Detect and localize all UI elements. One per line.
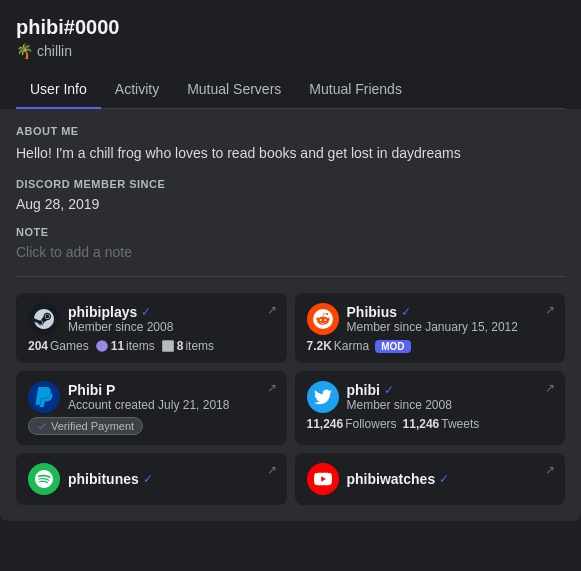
status: 🌴 chillin: [16, 43, 565, 59]
steam-name-row: phibiplays ✓: [68, 304, 275, 320]
external-link-twitter[interactable]: ↗: [545, 381, 555, 395]
tab-mutual-friends[interactable]: Mutual Friends: [295, 71, 416, 109]
twitter-header: phibi ✓ Member since 2008: [307, 381, 554, 413]
divider: [16, 276, 565, 277]
about-me-label: ABOUT ME: [16, 125, 565, 137]
tab-activity[interactable]: Activity: [101, 71, 173, 109]
external-link-steam[interactable]: ↗: [267, 303, 277, 317]
spotify-name: phibitunes: [68, 471, 139, 487]
connection-spotify: ↗ phibitunes ✓: [16, 453, 287, 505]
youtube-icon: [307, 463, 339, 495]
connections-grid: ↗ phibiplays ✓ Member since 2008: [16, 293, 565, 505]
connection-steam: ↗ phibiplays ✓ Member since 2008: [16, 293, 287, 363]
paypal-name: Phibi P: [68, 382, 115, 398]
twitter-icon: [307, 381, 339, 413]
steam-verified: ✓: [141, 305, 151, 319]
steam-header: phibiplays ✓ Member since 2008: [28, 303, 275, 335]
steam-items1: 11 items: [95, 339, 155, 353]
note-input[interactable]: Click to add a note: [16, 244, 565, 260]
paypal-icon: [28, 381, 60, 413]
connection-twitter: ↗ phibi ✓ Member since 2008: [295, 371, 566, 445]
twitter-name: phibi: [347, 382, 380, 398]
mod-badge: Mod: [375, 340, 410, 353]
discord-member-since-date: Aug 28, 2019: [16, 196, 565, 212]
twitter-name-row: phibi ✓: [347, 382, 554, 398]
status-emoji: 🌴: [16, 43, 33, 59]
twitter-info: phibi ✓ Member since 2008: [347, 382, 554, 412]
youtube-info: phibiwatches ✓: [347, 471, 554, 487]
verified-payment-badge: Verified Payment: [28, 417, 143, 435]
twitter-tweets: 11,246 Tweets: [403, 417, 480, 431]
steam-stats: 204 Games 11 items 8 items: [28, 339, 275, 353]
paypal-sub: Account created July 21, 2018: [68, 398, 275, 412]
steam-items2: 8 items: [161, 339, 214, 353]
reddit-header: Phibius ✓ Member since January 15, 2012: [307, 303, 554, 335]
reddit-karma: 7.2K Karma: [307, 339, 370, 353]
paypal-header: Phibi P Account created July 21, 2018: [28, 381, 275, 413]
twitter-verified: ✓: [384, 383, 394, 397]
external-link-reddit[interactable]: ↗: [545, 303, 555, 317]
profile-header: phibi#0000 🌴 chillin User Info Activity …: [0, 0, 581, 109]
status-text: chillin: [37, 43, 72, 59]
paypal-stats: Verified Payment: [28, 417, 275, 435]
external-link-spotify[interactable]: ↗: [267, 463, 277, 477]
tab-user-info[interactable]: User Info: [16, 71, 101, 109]
steam-name: phibiplays: [68, 304, 137, 320]
svg-rect-1: [162, 340, 174, 352]
discord-member-since-label: DISCORD MEMBER SINCE: [16, 178, 565, 190]
paypal-info: Phibi P Account created July 21, 2018: [68, 382, 275, 412]
spotify-info: phibitunes ✓: [68, 471, 275, 487]
connection-youtube: ↗ phibiwatches ✓: [295, 453, 566, 505]
reddit-info: Phibius ✓ Member since January 15, 2012: [347, 304, 554, 334]
connection-paypal: ↗ Phibi P Account created July 21, 2018: [16, 371, 287, 445]
external-link-paypal[interactable]: ↗: [267, 381, 277, 395]
profile-body: ABOUT ME Hello! I'm a chill frog who lov…: [0, 109, 581, 521]
twitter-sub: Member since 2008: [347, 398, 554, 412]
external-link-youtube[interactable]: ↗: [545, 463, 555, 477]
reddit-name-row: Phibius ✓: [347, 304, 554, 320]
spotify-name-row: phibitunes ✓: [68, 471, 275, 487]
steam-games-count: 204 Games: [28, 339, 89, 353]
spotify-header: phibitunes ✓: [28, 463, 275, 495]
steam-sub: Member since 2008: [68, 320, 275, 334]
reddit-name: Phibius: [347, 304, 398, 320]
steam-icon: [28, 303, 60, 335]
profile-container: phibi#0000 🌴 chillin User Info Activity …: [0, 0, 581, 521]
connection-reddit: ↗ Phibius ✓ Member since January 15, 201…: [295, 293, 566, 363]
reddit-verified: ✓: [401, 305, 411, 319]
youtube-verified: ✓: [439, 472, 449, 486]
note-label: NOTE: [16, 226, 565, 238]
youtube-header: phibiwatches ✓: [307, 463, 554, 495]
spotify-verified: ✓: [143, 472, 153, 486]
twitter-stats: 11,246 Followers 11,246 Tweets: [307, 417, 554, 431]
steam-info: phibiplays ✓ Member since 2008: [68, 304, 275, 334]
reddit-stats: 7.2K Karma Mod: [307, 339, 554, 353]
tab-mutual-servers[interactable]: Mutual Servers: [173, 71, 295, 109]
twitter-followers: 11,246 Followers: [307, 417, 397, 431]
username: phibi#0000: [16, 16, 565, 39]
about-me-text: Hello! I'm a chill frog who loves to rea…: [16, 143, 565, 164]
svg-point-0: [96, 340, 108, 352]
paypal-name-row: Phibi P: [68, 382, 275, 398]
tabs: User Info Activity Mutual Servers Mutual…: [16, 71, 565, 109]
youtube-name: phibiwatches: [347, 471, 436, 487]
reddit-icon: [307, 303, 339, 335]
youtube-name-row: phibiwatches ✓: [347, 471, 554, 487]
spotify-icon: [28, 463, 60, 495]
reddit-sub: Member since January 15, 2012: [347, 320, 554, 334]
